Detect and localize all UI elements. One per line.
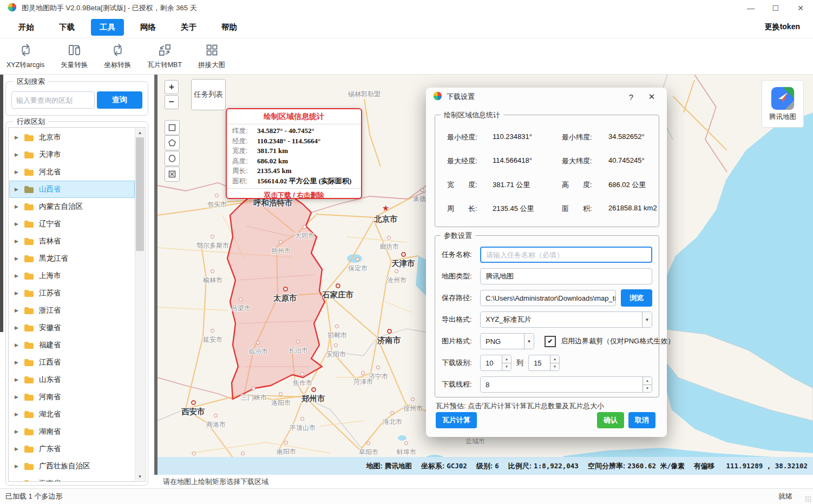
menu-item-network[interactable]: 网络 [132, 19, 165, 36]
caret-right-icon[interactable]: ▶ [15, 290, 19, 296]
task-list-button[interactable]: 任务列表 [191, 79, 226, 110]
browse-button[interactable]: 浏览 [621, 289, 652, 307]
folder-icon [24, 134, 34, 142]
tool-button-stitch-image[interactable]: 拼接大图 [198, 43, 225, 70]
caret-right-icon[interactable]: ▶ [15, 360, 19, 365]
tree-item-内蒙古自治区[interactable]: ▶内蒙古自治区 [9, 198, 135, 215]
tree-item-福建省[interactable]: ▶福建省 [9, 336, 135, 354]
caret-right-icon[interactable]: ▶ [15, 221, 19, 227]
stepper-arrows-icon[interactable]: ▲▼ [642, 377, 652, 392]
close-icon[interactable]: ✕ [788, 0, 813, 16]
tree-item-北京市[interactable]: ▶北京市 [9, 129, 135, 146]
zoom-out-button[interactable]: − [165, 95, 179, 109]
scroll-down-icon[interactable]: ▼ [135, 472, 145, 481]
tree-item-广西壮族自治区[interactable]: ▶广西壮族自治区 [9, 457, 135, 475]
tree-item-江苏省[interactable]: ▶江苏省 [9, 284, 135, 302]
maximize-icon[interactable]: ☐ [763, 0, 788, 16]
caret-right-icon[interactable]: ▶ [15, 446, 19, 452]
task-name-input[interactable] [480, 247, 652, 263]
menu-item-tools[interactable]: 工具 [91, 19, 124, 36]
confirm-button[interactable]: 确认 [597, 412, 624, 428]
caret-right-icon[interactable]: ▶ [15, 135, 19, 140]
city-dot-icon [366, 441, 370, 445]
level-to-stepper[interactable]: 15 ▲▼ [528, 355, 560, 371]
query-button[interactable]: 查询 [97, 91, 142, 109]
map-type-input[interactable]: 腾讯地图 [480, 268, 652, 284]
export-format-select[interactable]: XYZ_标准瓦片 ▼ [480, 311, 652, 328]
chevron-down-icon[interactable]: ▼ [524, 334, 534, 349]
caret-right-icon[interactable]: ▶ [15, 187, 19, 192]
tree-scrollbar[interactable]: ▲ ▼ [135, 128, 145, 481]
caret-right-icon[interactable]: ▶ [15, 463, 19, 469]
caret-right-icon[interactable]: ▶ [15, 394, 19, 400]
tree-item-上海市[interactable]: ▶上海市 [9, 267, 135, 284]
tree-item-浙江省[interactable]: ▶浙江省 [9, 302, 135, 319]
image-format-select[interactable]: PNG ▼ [480, 333, 534, 349]
caret-right-icon[interactable]: ▶ [15, 256, 19, 261]
tree-item-label: 河北省 [39, 167, 61, 177]
scrollbar-thumb[interactable] [136, 137, 144, 251]
dialog-help-icon[interactable]: ? [623, 92, 639, 102]
caret-right-icon[interactable]: ▶ [15, 325, 19, 330]
stat-value: 261858.81 km2 [608, 204, 659, 214]
city-label-菏泽市: 菏泽市 [353, 377, 373, 387]
tool-button-xyz-to-arcgis[interactable]: XYZ转arcgis [6, 43, 44, 70]
border-crop-checkbox[interactable]: ✔ [545, 336, 556, 347]
caret-right-icon[interactable]: ▶ [15, 481, 19, 482]
caret-right-icon[interactable]: ▶ [15, 412, 19, 417]
tool-button-vector-convert[interactable]: 矢量转换 [61, 43, 88, 70]
tree-item-吉林省[interactable]: ▶吉林省 [9, 233, 135, 250]
tool-button-coord-convert[interactable]: 坐标转换 [104, 43, 131, 70]
tree-item-海南省[interactable]: ▶海南省 [9, 475, 135, 482]
caret-right-icon[interactable]: ▶ [15, 308, 19, 313]
tree-item-山西省[interactable]: ▶山西省 [9, 181, 135, 198]
tree-item-江西省[interactable]: ▶江西省 [9, 354, 135, 371]
caret-right-icon[interactable]: ▶ [15, 342, 19, 348]
tree-item-湖南省[interactable]: ▶湖南省 [9, 423, 135, 440]
zoom-in-button[interactable]: + [165, 80, 179, 94]
tree-item-辽宁省[interactable]: ▶辽宁省 [9, 215, 135, 233]
menu-item-about[interactable]: 关于 [172, 19, 205, 36]
city-label-平顶山市: 平顶山市 [290, 423, 316, 433]
save-path-input[interactable]: C:\Users\Administrator\Downloads\map_til… [480, 290, 616, 306]
draw-rectangle-tool[interactable] [165, 120, 180, 135]
chevron-down-icon[interactable]: ▼ [642, 312, 652, 327]
caret-right-icon[interactable]: ▶ [15, 169, 19, 175]
threads-stepper[interactable]: 8 ▲▼ [480, 376, 652, 393]
tree-item-安徽省[interactable]: ▶安徽省 [9, 319, 135, 336]
tree-item-黑龙江省[interactable]: ▶黑龙江省 [9, 250, 135, 267]
resize-grip-icon[interactable] [805, 496, 811, 502]
caret-right-icon[interactable]: ▶ [15, 429, 19, 434]
dialog-close-icon[interactable]: ✕ [644, 92, 660, 102]
tree-item-天津市[interactable]: ▶天津市 [9, 146, 135, 163]
delete-shape-tool[interactable] [165, 167, 180, 182]
minimize-icon[interactable]: — [738, 0, 763, 16]
tile-calc-button[interactable]: 瓦片计算 [436, 412, 477, 428]
level-from-stepper[interactable]: 10 ▲▼ [480, 355, 512, 371]
menu-item-download[interactable]: 下载 [50, 19, 83, 36]
caret-right-icon[interactable]: ▶ [15, 152, 19, 157]
tree-item-湖北省[interactable]: ▶湖北省 [9, 406, 135, 423]
dialog-titlebar[interactable]: 下载设置 ? ✕ [426, 88, 667, 106]
stepper-arrows-icon[interactable]: ▲▼ [550, 355, 559, 370]
caret-right-icon[interactable]: ▶ [15, 273, 19, 278]
menu-item-help[interactable]: 帮助 [213, 19, 246, 36]
cancel-button[interactable]: 取消 [628, 412, 655, 428]
district-search-input[interactable] [11, 91, 95, 109]
draw-polygon-tool[interactable] [165, 135, 180, 150]
tool-button-tile-to-mbt[interactable]: 瓦片转MBT [147, 43, 182, 70]
layer-switcher[interactable]: 腾讯地图 [762, 80, 804, 128]
tree-item-河北省[interactable]: ▶河北省 [9, 163, 135, 181]
scroll-up-icon[interactable]: ▲ [135, 128, 145, 137]
draw-circle-tool[interactable] [165, 151, 180, 166]
change-token-button[interactable]: 更换token [765, 22, 803, 32]
menu-item-start[interactable]: 开始 [10, 19, 43, 36]
caret-right-icon[interactable]: ▶ [15, 238, 19, 244]
caret-right-icon[interactable]: ▶ [15, 377, 19, 382]
tree-item-山东省[interactable]: ▶山东省 [9, 371, 135, 388]
region-info-box[interactable]: 绘制区域信息统计 纬度:34.5827° - 40.7452°经度:110.23… [226, 108, 362, 199]
tree-item-广东省[interactable]: ▶广东省 [9, 440, 135, 457]
caret-right-icon[interactable]: ▶ [15, 204, 19, 209]
stepper-arrows-icon[interactable]: ▲▼ [502, 355, 511, 370]
tree-item-河南省[interactable]: ▶河南省 [9, 388, 135, 406]
